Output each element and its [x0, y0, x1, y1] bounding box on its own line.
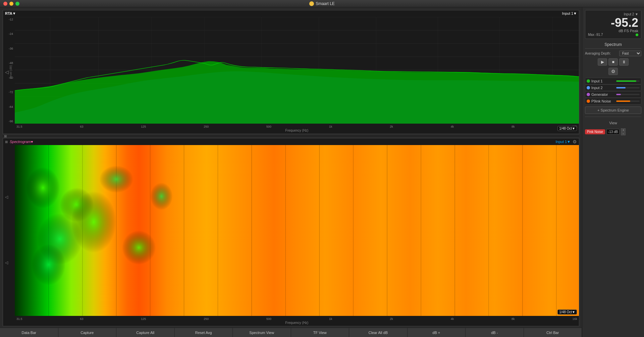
x-label-4: 500	[266, 125, 271, 128]
db-plus-button[interactable]: dB +	[408, 328, 466, 337]
spectrogram-panel: ⊠ Spectrogram♥ Input 1▼ ⚙ ◁ ◁	[3, 138, 579, 326]
channel-name-input1: Input 1	[591, 79, 615, 83]
db-display: -13 dB	[606, 129, 620, 135]
pink-noise-row: Pink Noise -13 dB + −	[585, 128, 641, 135]
close-button[interactable]	[3, 2, 7, 6]
sg-x-label-4: 500	[266, 317, 271, 321]
sidebar-divider	[585, 117, 641, 117]
add-spectrum-engine-button[interactable]: + Spectrum Engine	[585, 107, 641, 114]
channel-name-generator: Generator	[591, 92, 615, 96]
y-label-6: -84	[4, 105, 14, 109]
x-label-1: 63	[80, 125, 83, 128]
maximize-button[interactable]	[15, 2, 19, 6]
spectrogram-input-select[interactable]: Input 1▼	[555, 140, 571, 144]
rta-svg	[15, 17, 579, 124]
level-max-text: Max -91.7	[588, 33, 603, 37]
sg-x-label-1: 63	[80, 317, 83, 321]
pink-noise-tag[interactable]: Pink Noise	[585, 129, 605, 134]
sg-x-label-2: 125	[141, 317, 146, 321]
spectrogram-slider-top[interactable]: ◁	[5, 195, 8, 199]
rta-label[interactable]: RTA▼	[5, 11, 16, 15]
stop-button[interactable]: ■	[608, 58, 618, 66]
level-max-dot	[636, 33, 638, 36]
spectrogram-x-labels: 31.5 63 125 250 500 1k 2k 4k 8k 16k	[15, 317, 579, 321]
play-button[interactable]: ▶	[598, 58, 607, 66]
spectrogram-canvas-area[interactable]	[15, 145, 579, 316]
rta-panel: RTA▼ Input 1▼ -12 -24 -36 -48 -60 -72 -8…	[3, 10, 579, 134]
reset-avg-button[interactable]: Reset Avg	[175, 328, 233, 337]
spectrogram-x-axis: 31.5 63 125 250 500 1k 2k 4k 8k 16k Freq…	[15, 316, 579, 326]
pause-button[interactable]: ⏸	[619, 58, 629, 66]
channel-meter-p9ink	[616, 100, 640, 102]
rta-collapse-btn[interactable]: ◁	[5, 69, 9, 75]
level-max: Max -91.7	[588, 33, 638, 37]
clear-all-db-button[interactable]: Clear All dB	[349, 328, 408, 337]
sg-x-label-7: 4k	[451, 317, 454, 321]
transport-row: ▶ ■ ⏸	[585, 57, 641, 67]
avg-depth-row: Averaging Depth: Fast Medium Slow	[585, 50, 641, 57]
rta-x-labels: 31.5 63 125 250 500 1k 2k 4k 8k 16k	[15, 125, 579, 128]
sg-x-label-0: 31.5	[16, 317, 22, 321]
db-down-arrow[interactable]: −	[621, 132, 626, 135]
rta-input-select[interactable]: Input 1▼	[562, 11, 577, 15]
sg-x-axis-title: Frequency (Hz)	[285, 321, 309, 325]
ctrl-bar-button[interactable]: Ctrl Bar	[524, 328, 582, 337]
data-bar-button[interactable]: Data Bar	[0, 328, 58, 337]
x-label-3: 250	[204, 125, 209, 128]
spectrum-title: Spectrum	[585, 41, 641, 49]
db-minus-button[interactable]: dB -	[466, 328, 524, 337]
channel-meter-fill-p9ink	[616, 100, 630, 102]
sg-oct-value: 1/48 Oct▼	[559, 310, 575, 314]
panel-divider: ⊠	[3, 135, 579, 137]
waterfall-base	[15, 145, 579, 316]
rta-collapse-toggle[interactable]: ⊠	[4, 134, 7, 138]
channel-meter-fill-input1	[616, 80, 636, 82]
sg-x-label-9: 16k	[572, 317, 577, 321]
x-label-2: 125	[141, 125, 146, 128]
channel-name-p9ink: P9ink Noise	[591, 99, 615, 103]
view-label: View	[585, 120, 641, 126]
rta-header: RTA▼ Input 1▼	[3, 10, 579, 16]
y-label-7: -96	[4, 120, 14, 123]
level-axis-label: Level (dB)	[9, 65, 12, 79]
db-arrows: + −	[621, 128, 626, 135]
spectrogram-collapse-toggle[interactable]: ⊠	[5, 140, 8, 144]
channel-generator[interactable]: Generator	[585, 91, 641, 98]
level-meter-section: Input 2 ▼ -95.2 dB FS Peak Max -91.7	[585, 10, 641, 39]
channel-p9ink[interactable]: P9ink Noise	[585, 98, 641, 105]
x-label-7: 4k	[451, 125, 454, 128]
spectrogram-waterfall	[15, 145, 579, 316]
settings-button[interactable]: ⚙	[608, 68, 618, 75]
rta-chart-area[interactable]	[15, 17, 579, 124]
traffic-lights	[3, 2, 19, 6]
minimize-button[interactable]	[9, 2, 13, 6]
sg-x-label-5: 1k	[329, 317, 332, 321]
rta-green-fill	[15, 61, 579, 124]
channel-meter-input1	[616, 80, 640, 82]
rta-x-axis: 31.5 63 125 250 500 1k 2k 4k 8k 16k Freq…	[15, 124, 579, 134]
spectrogram-header: ⊠ Spectrogram♥ Input 1▼ ⚙	[3, 138, 579, 145]
capture-all-button[interactable]: Capture All	[116, 328, 175, 337]
channel-input1[interactable]: Input 1	[585, 78, 641, 84]
channel-input2[interactable]: Input 2	[585, 84, 641, 91]
avg-depth-select[interactable]: Fast Medium Slow	[619, 51, 641, 56]
spectrogram-slider-bot[interactable]: ◁	[5, 260, 8, 265]
capture-button[interactable]: Capture	[58, 328, 117, 337]
spectrum-section: Spectrum Averaging Depth: Fast Medium Sl…	[585, 41, 641, 76]
y-label-2: -36	[4, 47, 14, 50]
channel-meter-fill-generator	[616, 94, 621, 95]
app-title: Smaart LE	[316, 1, 335, 6]
toolbar: Data Bar Capture Capture All Reset Avg S…	[0, 328, 582, 337]
app-title-bar: Smaart LE	[309, 1, 335, 6]
rta-x-axis-title: Frequency (Hz)	[285, 129, 309, 132]
spectrum-view-button[interactable]: Spectrum View	[233, 328, 291, 337]
spectrogram-gear-icon[interactable]: ⚙	[573, 139, 577, 144]
y-label-3: -48	[4, 61, 14, 65]
oct-value: 1/48 Oct▼	[559, 127, 575, 130]
rta-oct-selector[interactable]: 1/48 Oct▼	[557, 126, 577, 131]
spectrogram-oct-selector[interactable]: 1/48 Oct▼	[557, 310, 577, 315]
sidebar: Input 2 ▼ -95.2 dB FS Peak Max -91.7 Spe…	[582, 7, 644, 337]
channel-meter-generator	[616, 94, 640, 95]
tf-view-button[interactable]: TF View	[291, 328, 350, 337]
db-up-arrow[interactable]: +	[621, 128, 626, 132]
